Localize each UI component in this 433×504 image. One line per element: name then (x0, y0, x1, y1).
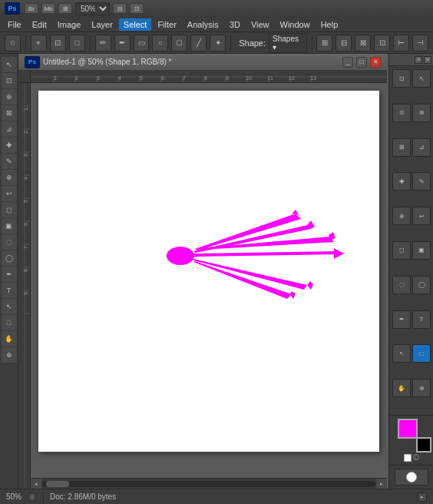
quick-mask-btn[interactable] (395, 469, 428, 486)
panel-hand-tool[interactable]: ✋ (392, 379, 411, 397)
opt-divider-4 (312, 35, 312, 51)
panel-marquee-tool[interactable]: ⊡ (392, 69, 411, 88)
bridge-btn[interactable]: Br (25, 3, 38, 14)
text-tool[interactable]: T (2, 283, 17, 298)
canvas-area[interactable] (31, 83, 387, 489)
svg-text:12: 12 (289, 75, 295, 81)
path-select-btn[interactable]: ⌖ (31, 35, 47, 51)
menu-analysis[interactable]: Analysis (183, 18, 223, 31)
menu-3d[interactable]: 3D (225, 18, 245, 31)
status-doc-info: Doc: 2.86M/0 bytes (50, 492, 116, 501)
panel-move-tool[interactable]: ↖ (412, 69, 431, 88)
line-btn[interactable]: ╱ (190, 35, 207, 51)
status-divider (43, 492, 44, 502)
panel-zoom-tool[interactable]: ⊕ (412, 379, 431, 397)
svg-text:9: 9 (23, 292, 28, 295)
tool-preset-btn[interactable]: ☆ (5, 35, 21, 51)
ellipse-btn[interactable]: ○ (152, 35, 168, 51)
align-btn6[interactable]: ⊣ (412, 35, 428, 51)
reset-colors-btn[interactable] (404, 454, 412, 462)
dodge-tool[interactable]: ◯ (2, 250, 17, 266)
mini-btn[interactable]: Mb (41, 3, 55, 14)
status-icon-btn[interactable]: i (28, 492, 37, 502)
panel-pen-tool[interactable]: ✒ (392, 310, 411, 329)
svg-text:8: 8 (23, 269, 28, 272)
menu-view[interactable]: View (246, 18, 274, 31)
panel-history-brush[interactable]: ↩ (412, 207, 431, 225)
menu-select[interactable]: Select (119, 18, 152, 31)
direct-select-btn[interactable]: ⊡ (50, 35, 66, 51)
menu-help[interactable]: Help (316, 18, 343, 31)
menu-window[interactable]: Window (276, 18, 315, 31)
shape-tool[interactable]: □ (2, 315, 17, 330)
magic-wand-tool[interactable]: ⊛ (2, 89, 17, 104)
menu-layer[interactable]: Layer (87, 18, 117, 31)
menu-edit[interactable]: Edit (28, 18, 51, 31)
heal-tool[interactable]: ✚ (2, 138, 17, 153)
scroll-right-status[interactable]: ▸ (418, 492, 427, 502)
background-color-swatch[interactable] (416, 437, 431, 453)
quick-mask-section (389, 465, 433, 489)
custom-shape-btn[interactable]: ✦ (210, 35, 226, 51)
menu-file[interactable]: File (3, 18, 26, 31)
svg-text:8: 8 (204, 75, 207, 81)
scroll-h-thumb[interactable] (46, 481, 69, 487)
panel-close-btn[interactable]: ✕ (424, 56, 431, 64)
blur-tool[interactable]: ◌ (2, 234, 17, 250)
align-btn2[interactable]: ⊟ (335, 35, 352, 51)
screen-mode-btn[interactable]: ⊞ (58, 3, 72, 14)
panel-path-select[interactable]: ↖ (392, 344, 411, 363)
panel-collapse-btn[interactable]: ≡ (415, 56, 422, 64)
workspace-btn[interactable]: ⊡ (130, 3, 144, 14)
crop-tool[interactable]: ⊠ (2, 105, 17, 121)
polygon-btn[interactable]: ⬡ (171, 35, 187, 51)
svg-marker-54 (334, 248, 344, 259)
move-tool[interactable]: ↖ (2, 57, 17, 72)
pen-tool-left[interactable]: ✒ (2, 267, 17, 282)
align-btn5[interactable]: ⊢ (393, 35, 409, 51)
shape-dropdown[interactable]: Shapes ▾ (269, 33, 306, 53)
foreground-color-swatch[interactable] (398, 419, 418, 439)
rect-btn[interactable]: ▭ (134, 35, 150, 51)
panel-blur-tool[interactable]: ◌ (392, 276, 411, 294)
panel-shape-tool[interactable]: □ (412, 344, 431, 363)
align-btn1[interactable]: ⊞ (316, 35, 332, 51)
panel-heal-tool[interactable]: ✚ (392, 172, 411, 191)
brush-tool[interactable]: ✎ (2, 154, 17, 169)
hand-tool[interactable]: ✋ (2, 331, 17, 346)
window-close-btn[interactable]: ✕ (370, 57, 381, 68)
window-minimize-btn[interactable]: _ (342, 57, 353, 68)
arrange-btn[interactable]: ⊟ (113, 3, 127, 14)
swap-colors-btn[interactable]: ↕ (413, 454, 419, 460)
eyedropper-tool[interactable]: ⊿ (2, 121, 17, 137)
history-brush-tool[interactable]: ↩ (2, 186, 17, 201)
scroll-right-btn[interactable]: ▸ (376, 479, 387, 489)
eraser-tool[interactable]: ◻ (2, 202, 17, 217)
zoom-select[interactable]: 50% 100% 25% (75, 2, 110, 15)
panel-eraser-tool[interactable]: ◻ (392, 241, 411, 260)
svg-text:3: 3 (97, 75, 100, 81)
lasso-tool[interactable]: ⊡ (2, 73, 17, 88)
pen-btn[interactable]: ✏ (95, 35, 111, 51)
panel-eyedropper[interactable]: ⊿ (412, 138, 431, 157)
path-selection-tool[interactable]: ↖ (2, 299, 17, 314)
panel-brush-tool[interactable]: ✎ (412, 172, 431, 191)
panel-magic-wand[interactable]: ⊛ (412, 104, 431, 122)
zoom-tool[interactable]: ⊕ (2, 347, 17, 363)
pen2-btn[interactable]: ✒ (114, 35, 131, 51)
panel-crop-tool[interactable]: ⊠ (392, 138, 411, 157)
menu-image[interactable]: Image (53, 18, 86, 31)
clone-tool[interactable]: ⊕ (2, 170, 17, 185)
gradient-tool[interactable]: ▣ (2, 218, 17, 234)
align-btn4[interactable]: ⊡ (374, 35, 390, 51)
align-btn3[interactable]: ⊠ (355, 35, 371, 51)
panel-clone-tool[interactable]: ⊕ (392, 207, 411, 225)
window-maximize-btn[interactable]: □ (356, 57, 367, 68)
panel-lasso-tool[interactable]: ⊙ (392, 104, 411, 122)
shape-btn[interactable]: □ (69, 35, 85, 51)
panel-dodge-tool[interactable]: ◯ (412, 276, 431, 294)
scroll-left-btn[interactable]: ◂ (31, 479, 41, 489)
panel-gradient-tool[interactable]: ▣ (412, 241, 431, 260)
menu-filter[interactable]: Filter (153, 18, 180, 31)
panel-text-tool[interactable]: T (412, 310, 431, 329)
